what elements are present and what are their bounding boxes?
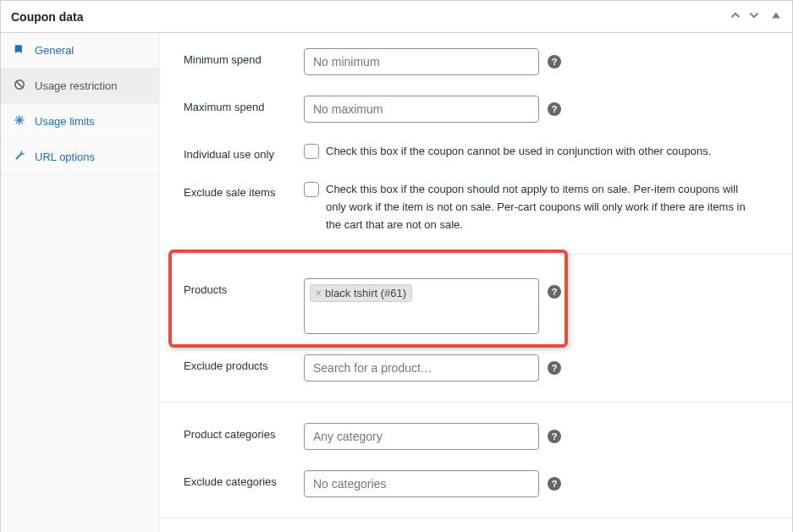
individual-use-desc: Check this box if the coupon cannot be u…: [326, 143, 711, 161]
tab-label: Usage limits: [35, 115, 95, 128]
label-exclude-categories: Exclude categories: [184, 470, 295, 488]
exclude-products-select[interactable]: Search for a product…: [304, 354, 539, 381]
bookmark-icon: [13, 43, 26, 58]
panel-toggle-icon[interactable]: [770, 9, 782, 24]
label-max-spend: Maximum spend: [184, 96, 295, 113]
tab-label: Usage restriction: [35, 80, 118, 92]
exclude-sale-desc: Check this box if the coupon should not …: [326, 181, 752, 233]
row-products: Products × black tshirt (#61) ?: [160, 255, 792, 349]
row-maximum-spend: Maximum spend ?: [160, 85, 792, 133]
panel-header: Coupon data: [1, 1, 792, 33]
panel-title: Coupon data: [11, 10, 84, 24]
tab-usage-limits[interactable]: Usage limits: [1, 104, 159, 140]
tab-general[interactable]: General: [1, 33, 159, 69]
coupon-data-panel: Coupon data General: [0, 0, 793, 532]
help-icon[interactable]: ?: [548, 285, 561, 299]
panel-down-icon[interactable]: [746, 8, 762, 25]
products-select[interactable]: × black tshirt (#61): [304, 278, 539, 334]
tab-content: Minimum spend ? Maximum spend ? Individu…: [160, 33, 792, 532]
panel-body: General Usage restriction Usage limits U…: [1, 33, 792, 532]
exclude-products-placeholder: Search for a product…: [313, 361, 432, 375]
tab-label: URL options: [35, 151, 95, 163]
row-product-categories: Product categories Any category ?: [160, 403, 792, 460]
coupon-tabs: General Usage restriction Usage limits U…: [1, 33, 160, 532]
product-categories-select[interactable]: Any category: [304, 423, 539, 450]
help-icon[interactable]: ?: [548, 430, 561, 443]
row-allowed-emails: Allowed emails ?: [160, 518, 792, 532]
row-exclude-products: Exclude products Search for a product… ?: [160, 349, 792, 403]
ban-icon: [13, 79, 26, 93]
remove-tag-icon[interactable]: ×: [316, 288, 322, 299]
exclude-categories-select[interactable]: No categories: [304, 470, 539, 497]
maximum-spend-input[interactable]: [304, 96, 539, 123]
product-tag-label: black tshirt (#61): [325, 287, 406, 299]
exclude-categories-placeholder: No categories: [313, 477, 386, 491]
individual-use-checkbox[interactable]: [304, 144, 319, 159]
svg-line-2: [16, 81, 23, 88]
spark-icon: [13, 114, 26, 129]
row-individual-use: Individual use only Check this box if th…: [160, 133, 792, 171]
label-individual-use: Individual use only: [184, 143, 295, 161]
product-tag: × black tshirt (#61): [310, 284, 412, 302]
minimum-spend-input[interactable]: [304, 48, 539, 75]
label-products: Products: [184, 278, 295, 296]
label-product-categories: Product categories: [184, 423, 295, 441]
tab-label: General: [35, 44, 74, 57]
tab-url-options[interactable]: URL options: [1, 140, 159, 175]
help-icon[interactable]: ?: [548, 102, 561, 116]
exclude-sale-checkbox[interactable]: [304, 182, 319, 197]
help-icon[interactable]: ?: [548, 55, 561, 69]
label-exclude-sale: Exclude sale items: [184, 181, 295, 199]
wrench-icon: [13, 150, 26, 164]
product-categories-placeholder: Any category: [313, 430, 383, 443]
help-icon[interactable]: ?: [548, 361, 561, 375]
svg-marker-0: [772, 13, 779, 19]
tab-usage-restriction[interactable]: Usage restriction: [1, 69, 159, 104]
label-min-spend: Minimum spend: [184, 48, 295, 66]
help-icon[interactable]: ?: [548, 477, 561, 491]
panel-up-icon[interactable]: [728, 8, 743, 25]
label-exclude-products: Exclude products: [184, 354, 295, 372]
row-exclude-sale: Exclude sale items Check this box if the…: [160, 171, 792, 255]
row-exclude-categories: Exclude categories No categories ?: [160, 460, 792, 518]
panel-header-actions: [728, 8, 782, 25]
row-minimum-spend: Minimum spend ?: [160, 38, 792, 85]
